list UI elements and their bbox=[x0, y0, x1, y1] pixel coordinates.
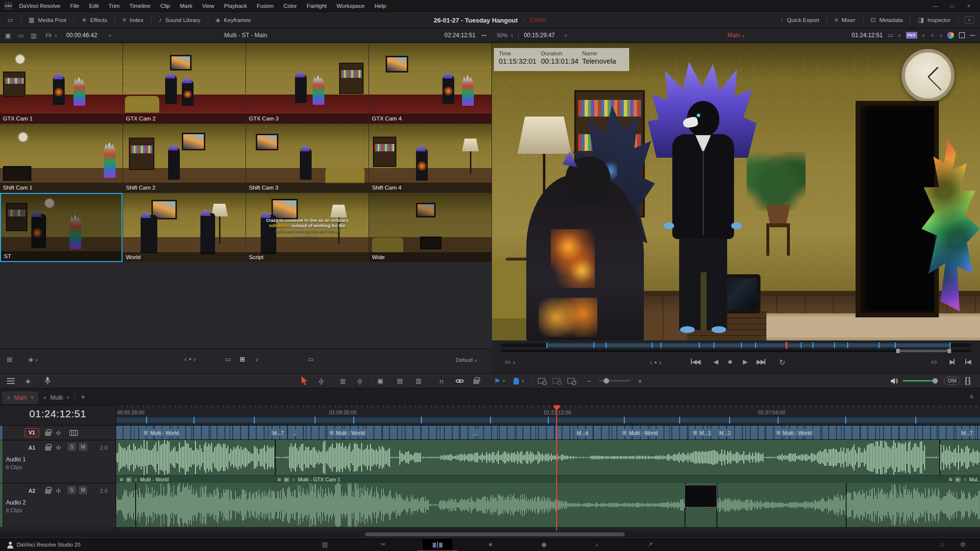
multicam-angle-shift-cam-1[interactable]: Shift Cam 1 bbox=[0, 124, 122, 192]
multicam-angle-world[interactable]: World bbox=[123, 193, 245, 262]
timeline-playhead[interactable] bbox=[556, 405, 557, 530]
video-clip-label[interactable]: ⊞M...1 bbox=[691, 429, 713, 436]
last-frame-button[interactable]: ▶▶ bbox=[757, 359, 765, 365]
replace-clip-button[interactable]: ▥ bbox=[416, 374, 421, 388]
page-media-button[interactable]: ▤ bbox=[316, 541, 334, 548]
project-settings-button[interactable]: ⚙ bbox=[956, 541, 970, 548]
mute-button[interactable]: M bbox=[79, 443, 87, 451]
project-manager-button[interactable]: ⌂ bbox=[935, 541, 950, 548]
v1-track-badge[interactable]: V1 bbox=[24, 428, 39, 437]
multicam-angle-gtx-cam-4[interactable]: GTX Cam 4 bbox=[369, 43, 491, 123]
minimize-button[interactable]: — bbox=[927, 3, 944, 9]
video-clip-label[interactable]: M...T bbox=[959, 429, 975, 436]
chevron-down-icon[interactable]: ∨ bbox=[940, 33, 943, 38]
blade-edit-mode-button[interactable]: ‹|› bbox=[357, 374, 362, 388]
detail-zoom-button[interactable] bbox=[553, 374, 560, 388]
menu-davinci-resolve[interactable]: DaVinci Resolve bbox=[14, 3, 65, 9]
dim-button[interactable]: DIM bbox=[944, 374, 960, 388]
stop-button[interactable]: ■ bbox=[728, 359, 732, 365]
timeline-tab-multi[interactable]: × Multi ∨ bbox=[38, 391, 74, 404]
prev-clip-button[interactable]: ◀ bbox=[965, 359, 970, 365]
auto-select-icon[interactable]: ‹|› bbox=[56, 430, 61, 435]
close-tab-icon[interactable]: × bbox=[43, 395, 46, 401]
proxy-badge[interactable]: PXY bbox=[906, 32, 917, 39]
color-viewer-icon[interactable] bbox=[947, 32, 954, 39]
multicam-angle-shift-cam-4[interactable]: Shift Cam 4 bbox=[369, 124, 491, 192]
volume-thumb[interactable] bbox=[932, 378, 938, 383]
video-clip-label[interactable]: ⊞Multi - World bbox=[142, 429, 181, 436]
video-clip-label[interactable]: M...2 bbox=[717, 429, 733, 436]
viewer-playhead-timecode[interactable]: 01:24:12:51 bbox=[852, 32, 882, 39]
track-header-a1[interactable]: A1 ‹|› S M 2.0 Audio 1 8 Clips bbox=[0, 440, 116, 483]
selection-mode-button[interactable] bbox=[301, 374, 309, 388]
enhanced-viewer-icon[interactable]: ∗ bbox=[930, 32, 935, 39]
track-header-v1[interactable]: V1 ‹|› bbox=[0, 425, 116, 440]
page-color-button[interactable]: ◉ bbox=[535, 541, 553, 548]
full-extent-zoom-button[interactable] bbox=[538, 374, 545, 388]
zoom-in-button[interactable]: + bbox=[638, 374, 642, 388]
timeline-horizontal-scrollbar[interactable] bbox=[0, 531, 980, 537]
audio-clip-label[interactable]: ⊞fx◇Mul...ri bbox=[949, 476, 980, 483]
track-name[interactable]: Audio 1 bbox=[6, 456, 26, 463]
jog-control[interactable]: ‹ ● › bbox=[650, 359, 662, 366]
filmstrip-icon[interactable] bbox=[70, 430, 78, 436]
timeline-overview-scrollbar[interactable] bbox=[116, 417, 980, 424]
first-frame-button[interactable]: ◀◀ bbox=[691, 359, 700, 365]
audio-display-icon[interactable]: ♪ bbox=[255, 356, 259, 362]
multicam-angle-st-selected[interactable]: ST bbox=[0, 193, 122, 262]
mark-clip-icon[interactable]: ▭ bbox=[308, 356, 314, 362]
inspector-button[interactable]: ◨ Inspector bbox=[910, 12, 958, 28]
viewer-mode-value[interactable]: Main bbox=[727, 32, 740, 39]
mute-button[interactable]: M bbox=[79, 486, 87, 494]
overwrite-clip-button[interactable]: ▤ bbox=[397, 374, 403, 388]
menu-view[interactable]: View bbox=[197, 3, 220, 9]
zoom-slider-thumb[interactable] bbox=[604, 378, 609, 383]
add-timeline-tab-button[interactable]: + bbox=[75, 392, 91, 401]
video-clip-label[interactable]: M...T bbox=[270, 429, 286, 436]
keyframes-button[interactable]: ◈ Keyframes bbox=[208, 12, 258, 28]
page-edit-button-active[interactable] bbox=[423, 539, 452, 551]
video-track-v1[interactable]: ⊞Multi - WorldM...T...⊞Multi - World...M… bbox=[116, 425, 980, 440]
menu-clip[interactable]: Clip bbox=[155, 3, 175, 9]
chevron-down-icon[interactable]: ∨ bbox=[67, 395, 70, 400]
a2-track-badge[interactable]: A2 bbox=[28, 488, 35, 494]
jog-control[interactable]: ‹ ● › bbox=[184, 355, 196, 362]
layout-presets-button[interactable]: ◈ bbox=[25, 374, 30, 388]
zoom-slider[interactable] bbox=[599, 374, 630, 388]
multicam-angle-shift-cam-3[interactable]: Shift Cam 3 bbox=[246, 124, 368, 192]
lock-icon[interactable] bbox=[45, 446, 51, 451]
menu-fairlight[interactable]: Fairlight bbox=[302, 3, 332, 9]
page-deliver-button[interactable]: ↗ bbox=[641, 541, 659, 548]
multicam-view-icon[interactable]: ▥ bbox=[31, 32, 37, 39]
track-header-a2[interactable]: A2 ‹|› S M 2.0 Audio 2 8 Clips bbox=[0, 483, 116, 527]
overlay-view-icon[interactable]: ▭ bbox=[18, 32, 24, 39]
lock-icon[interactable] bbox=[45, 431, 51, 436]
layout-preset-icon[interactable]: ◈ ∨ bbox=[28, 356, 38, 362]
chevron-down-icon[interactable]: ∨ bbox=[30, 395, 33, 400]
range-in-handle[interactable] bbox=[896, 349, 900, 353]
menu-trim[interactable]: Trim bbox=[104, 3, 125, 9]
chevron-down-icon[interactable]: ∨ bbox=[742, 34, 745, 38]
track-name[interactable]: Audio 2 bbox=[6, 499, 26, 506]
menu-fusion[interactable]: Fusion bbox=[252, 3, 279, 9]
source-monitor-toggle-icon[interactable]: ▭ bbox=[0, 12, 21, 28]
timeline-audio-mute-button[interactable] bbox=[891, 374, 898, 388]
audio-meters-button[interactable] bbox=[965, 374, 970, 388]
timeline-view-options-button[interactable] bbox=[7, 374, 15, 388]
solo-button[interactable]: S bbox=[68, 443, 76, 451]
chevron-down-icon[interactable]: ∨ bbox=[898, 33, 901, 38]
video-clip-label[interactable]: ... bbox=[290, 429, 298, 436]
viewer-zoom-select[interactable]: 50% ∨ bbox=[492, 32, 518, 38]
marker-button[interactable]: ∨ bbox=[514, 374, 524, 388]
close-tab-icon[interactable]: × bbox=[7, 395, 10, 401]
snapping-button[interactable]: ∩ bbox=[439, 374, 444, 388]
source-zoom-select[interactable]: Fit ∨ bbox=[42, 32, 61, 38]
video-clip-label[interactable]: ⊞Multi - World bbox=[327, 429, 367, 436]
expand-viewer-icon[interactable]: ▭ bbox=[887, 32, 893, 39]
timeline-ruler[interactable]: 00:55:28:00 01:09:20:00 01:23:12:00 01:3… bbox=[116, 405, 980, 417]
chevron-down-icon[interactable]: ∨ bbox=[922, 33, 925, 38]
linked-selection-button[interactable] bbox=[456, 374, 464, 388]
multicam-angle-gtx-cam-2[interactable]: GTX Cam 2 bbox=[123, 43, 245, 123]
multicam-angle-shift-cam-2[interactable]: Shift Cam 2 bbox=[123, 124, 245, 192]
flag-button[interactable]: ⚑ ∨ bbox=[494, 374, 505, 388]
